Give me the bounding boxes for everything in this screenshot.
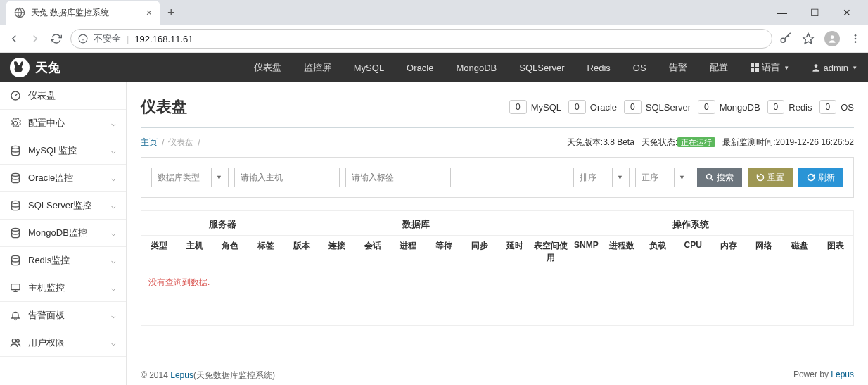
svg-point-19 [12,201,20,203]
nav-monitor-screen[interactable]: 监控屏 [293,53,343,82]
content: 仪表盘 0MySQL0Oracle0SQLServer0MongoDB0Redi… [127,82,868,385]
app-body: 仪表盘配置中心⌵MySQL监控⌵Oracle监控⌵SQLServer监控⌵Mon… [0,82,868,385]
sidebar-item-0[interactable]: 仪表盘 [0,82,126,110]
svg-point-25 [12,339,15,343]
stat-count: 0 [509,100,527,114]
stat-sqlserver[interactable]: 0SQLServer [624,100,691,114]
maximize-button[interactable]: ☐ [799,2,830,23]
stat-label: MongoDB [720,102,760,113]
sort-select[interactable]: 排序▼ [573,168,630,187]
db-type-select[interactable]: 数据库类型▼ [151,168,229,187]
reload-button[interactable] [49,32,63,46]
column-header[interactable]: 网络 [746,240,782,264]
column-header[interactable]: 版本 [283,240,319,264]
column-header[interactable]: 等待 [426,240,462,264]
new-tab-button[interactable]: + [167,6,175,20]
chevron-down-icon: ⌵ [111,201,116,210]
footer-brand-link[interactable]: Lepus [170,370,193,380]
sidebar-item-3[interactable]: Oracle监控⌵ [0,165,126,192]
sidebar-item-label: SQLServer监控 [28,199,91,212]
nav-language[interactable]: 语言▾ [739,53,800,82]
nav-redis[interactable]: Redis [576,53,622,82]
forward-button[interactable] [28,32,42,46]
state-badge: 正在运行 [677,137,715,147]
back-button[interactable] [7,32,21,46]
filter-box: 数据库类型▼ 排序▼ 正序▼ 搜索 重置 刷新 [141,157,854,198]
column-header[interactable]: 表空间使用 [533,240,569,264]
sidebar-item-label: MongoDB监控 [28,227,87,239]
app-header: 天兔 仪表盘 监控屏 MySQL Oracle MongoDB SQLServe… [0,53,868,82]
close-window-button[interactable]: ✕ [831,2,862,23]
power-by: Power by Lepus [793,370,854,381]
version-value: 3.8 Beta [603,137,634,147]
logo[interactable]: 天兔 [0,58,127,77]
key-icon[interactable] [779,32,792,45]
nav-user[interactable]: admin▾ [800,53,868,82]
reset-button[interactable]: 重置 [748,168,793,187]
sidebar-item-9[interactable]: 用户权限⌵ [0,329,126,357]
stat-mysql[interactable]: 0MySQL [509,100,561,114]
column-header[interactable]: 主机 [177,240,213,264]
column-header[interactable]: 延时 [497,240,533,264]
column-header[interactable]: 会话 [355,240,391,264]
column-header[interactable]: 连接 [319,240,355,264]
chevron-down-icon: ⌵ [111,174,116,183]
column-header[interactable]: 标签 [248,240,284,264]
nav-oracle[interactable]: Oracle [395,53,445,82]
sidebar-item-label: 仪表盘 [28,89,56,102]
sidebar-item-1[interactable]: 配置中心⌵ [0,110,126,137]
kebab-menu-icon[interactable] [850,33,861,44]
column-header[interactable]: SNMP [568,240,604,264]
column-header[interactable]: 内存 [711,240,747,264]
star-icon[interactable] [802,32,815,45]
nav-dashboard[interactable]: 仪表盘 [243,53,293,82]
minimize-button[interactable]: — [767,2,798,23]
column-header[interactable]: 图表 [817,240,853,264]
sidebar-item-6[interactable]: Redis监控⌵ [0,247,126,274]
stat-oracle[interactable]: 0Oracle [568,100,617,114]
close-tab-icon[interactable]: × [146,7,152,18]
column-header[interactable]: 角色 [212,240,248,264]
host-input[interactable] [234,168,340,187]
order-select[interactable]: 正序▼ [635,168,691,187]
nav-sqlserver[interactable]: SQLServer [508,53,575,82]
nav-config[interactable]: 配置 [698,53,739,82]
nav-mongodb[interactable]: MongoDB [445,53,508,82]
browser-tab[interactable]: 天兔 数据库监控系统 × [6,1,160,25]
nav-os[interactable]: OS [622,53,658,82]
svg-line-28 [711,179,713,181]
power-by-link[interactable]: Lepus [831,370,854,379]
refresh-button[interactable]: 刷新 [798,168,843,187]
stat-redis[interactable]: 0Redis [767,100,812,114]
svg-marker-5 [803,34,814,44]
url-input[interactable]: 不安全 | 192.168.11.61 [70,29,772,49]
breadcrumb-home[interactable]: 主页 [141,137,158,149]
column-header[interactable]: CPU [675,240,711,264]
search-button[interactable]: 搜索 [697,168,742,187]
tag-input[interactable] [345,168,451,187]
nav-alert[interactable]: 告警 [658,53,698,82]
nav-mysql[interactable]: MySQL [343,53,395,82]
stat-label: Redis [789,102,812,113]
sidebar-item-label: 告警面板 [28,309,65,322]
sidebar-item-7[interactable]: 主机监控⌵ [0,274,126,302]
sidebar-item-8[interactable]: 告警面板⌵ [0,302,126,329]
svg-rect-22 [11,284,20,290]
column-header[interactable]: 同步 [461,240,497,264]
sidebar-item-5[interactable]: MongoDB监控⌵ [0,220,126,247]
sidebar-item-4[interactable]: SQLServer监控⌵ [0,192,126,220]
column-header[interactable]: 进程 [390,240,426,264]
column-header[interactable]: 类型 [141,240,177,264]
profile-avatar[interactable] [824,31,840,46]
header-stats: 0MySQL0Oracle0SQLServer0MongoDB0Redis0OS [509,100,854,114]
last-time-value: 2019-12-26 16:26:52 [776,137,854,147]
column-header[interactable]: 进程数 [604,240,640,264]
svg-rect-12 [755,63,759,67]
svg-point-6 [831,35,834,39]
column-header[interactable]: 磁盘 [782,240,818,264]
bell-icon [10,310,21,321]
stat-os[interactable]: 0OS [819,100,854,114]
stat-mongodb[interactable]: 0MongoDB [698,100,760,114]
sidebar-item-2[interactable]: MySQL监控⌵ [0,137,126,165]
column-header[interactable]: 负载 [639,240,675,264]
